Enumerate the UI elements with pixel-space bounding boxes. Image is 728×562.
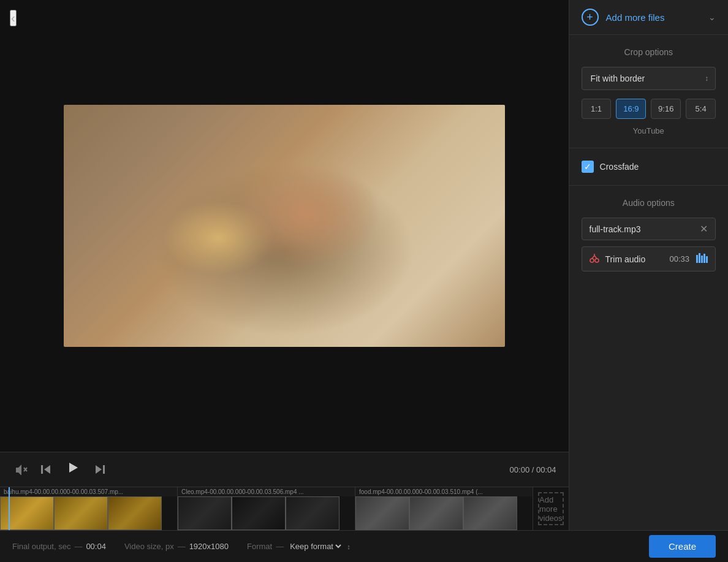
svg-point-4 (590, 259, 594, 262)
add-files-label: Add more files (606, 12, 708, 23)
ratio-label: YouTube (582, 126, 716, 135)
crop-section: Crop options Fit with border Fill No cro… (569, 35, 728, 148)
format-stat: Format — Keep format MP4 MOV AVI ↕ (247, 541, 351, 552)
format-label: Format (247, 542, 272, 551)
trim-row: Trim audio 00:33 (582, 246, 716, 272)
expand-icon: ⌄ (708, 12, 716, 22)
video-size-sep: — (178, 542, 186, 551)
back-button[interactable]: ‹ (10, 10, 17, 26)
svg-line-7 (594, 256, 597, 259)
aspect-btn-9-16[interactable]: 9:16 (651, 99, 681, 119)
thumbnail-1-3 (108, 496, 162, 530)
audio-bars-icon[interactable] (696, 252, 708, 266)
svg-rect-9 (696, 255, 698, 263)
video-segment-3: food.mp4-00.00.00.000-00.00.03.510.mp4 (… (355, 487, 533, 530)
add-videos-zone[interactable]: Add more videos (536, 490, 566, 528)
aspect-btn-1-1[interactable]: 1:1 (582, 99, 612, 119)
current-time: 00:00 (510, 465, 530, 474)
video-size-label: Video size, px (124, 542, 174, 551)
time-display: 00:00 / 00:04 (510, 465, 556, 474)
create-button[interactable]: Create (649, 535, 716, 558)
trim-label: Trim audio (605, 254, 664, 264)
add-videos-label: Add more videos (539, 495, 563, 523)
video-thumbnail (64, 105, 505, 347)
thumbnail-1-2 (54, 496, 108, 530)
crossfade-row: ✓ Crossfade (582, 161, 716, 173)
add-files-icon: + (582, 9, 599, 26)
mute-button[interactable] (12, 461, 31, 477)
play-button[interactable] (61, 458, 85, 480)
thumbnail-3-3 (463, 496, 517, 530)
aspect-btn-16-9[interactable]: 16:9 (616, 99, 646, 119)
crossfade-section: ✓ Crossfade (569, 148, 728, 186)
add-files-row[interactable]: + Add more files ⌄ (569, 0, 728, 35)
video-size-stat: Video size, px — 1920x1080 (124, 542, 229, 551)
svg-rect-11 (701, 256, 703, 263)
video-size-value: 1920x1080 (189, 542, 229, 551)
thumbnail-3-1 (355, 496, 409, 530)
right-panel: + Add more files ⌄ Crop options Fit with… (569, 0, 728, 530)
format-sep: — (276, 542, 284, 551)
crossfade-checkbox[interactable]: ✓ (582, 161, 594, 173)
audio-clear-button[interactable]: ✕ (700, 223, 708, 235)
format-arrow-icon: ↕ (347, 543, 351, 550)
segment-label-3: food.mp4-00.00.00.000-00.00.03.510.mp4 (… (355, 487, 533, 496)
audio-file-row: full-track.mp3 ✕ (582, 218, 716, 240)
aspect-btn-5-4[interactable]: 5:4 (686, 99, 716, 119)
total-time: 00:04 (536, 465, 556, 474)
svg-rect-3 (103, 465, 105, 474)
segment-label-2: Cleo.mp4-00.00.00.000-00.00.03.506.mp4 .… (178, 487, 355, 496)
final-output-label: Final output, sec (12, 542, 70, 551)
main-area: ‹ (0, 0, 728, 530)
skip-back-button[interactable] (38, 461, 54, 477)
checkmark-icon: ✓ (584, 162, 591, 172)
crop-select-row: Fit with border Fill No crop ↕ (582, 67, 716, 90)
thumbnail-2-2 (232, 496, 286, 530)
crossfade-label: Crossfade (600, 162, 639, 172)
thumbnail-2-1 (178, 496, 232, 530)
video-preview (0, 0, 569, 452)
controls-bar: 00:00 / 00:04 (0, 452, 569, 487)
segment-thumbs-1 (0, 496, 177, 530)
format-select[interactable]: Keep format MP4 MOV AVI (287, 541, 343, 552)
svg-rect-12 (703, 254, 705, 263)
final-output-stat: Final output, sec — 00:04 (12, 542, 106, 551)
segment-label-1: baihu.mp4-00.00.00.000-00.00.03.507.mp..… (0, 487, 177, 496)
add-videos-dropzone[interactable]: Add more videos (538, 492, 564, 525)
svg-rect-10 (699, 253, 700, 263)
svg-point-5 (595, 259, 599, 262)
svg-line-6 (592, 256, 594, 259)
aspect-buttons: 1:1 16:9 9:16 5:4 (582, 99, 716, 119)
crop-select[interactable]: Fit with border Fill No crop (582, 67, 716, 90)
video-segment-2: Cleo.mp4-00.00.00.000-00.00.03.506.mp4 .… (178, 487, 355, 530)
trim-time: 00:33 (669, 254, 689, 264)
left-panel: ‹ (0, 0, 569, 530)
timeline-area: baihu.mp4-00.00.00.000-00.00.03.507.mp..… (0, 487, 569, 530)
trim-icon (590, 253, 599, 265)
track-row: baihu.mp4-00.00.00.000-00.00.03.507.mp..… (0, 487, 569, 530)
thumbnail-2-3 (286, 496, 339, 530)
audio-section-title: Audio options (582, 198, 716, 208)
svg-rect-13 (706, 256, 708, 263)
progress-line (9, 487, 10, 530)
video-segment-1: baihu.mp4-00.00.00.000-00.00.03.507.mp..… (0, 487, 178, 530)
audio-section: Audio options full-track.mp3 ✕ Trim audi… (569, 186, 728, 530)
audio-filename: full-track.mp3 (590, 224, 700, 234)
final-output-sep: — (74, 542, 82, 551)
bottom-bar: Final output, sec — 00:04 Video size, px… (0, 530, 728, 562)
segment-thumbs-2 (178, 496, 355, 530)
segment-thumbs-3 (355, 496, 533, 530)
time-separator: / (532, 465, 534, 474)
svg-rect-2 (41, 465, 43, 474)
thumbnail-3-2 (409, 496, 463, 530)
crop-section-title: Crop options (582, 47, 716, 57)
skip-forward-button[interactable] (92, 461, 108, 477)
final-output-value: 00:04 (86, 542, 106, 551)
